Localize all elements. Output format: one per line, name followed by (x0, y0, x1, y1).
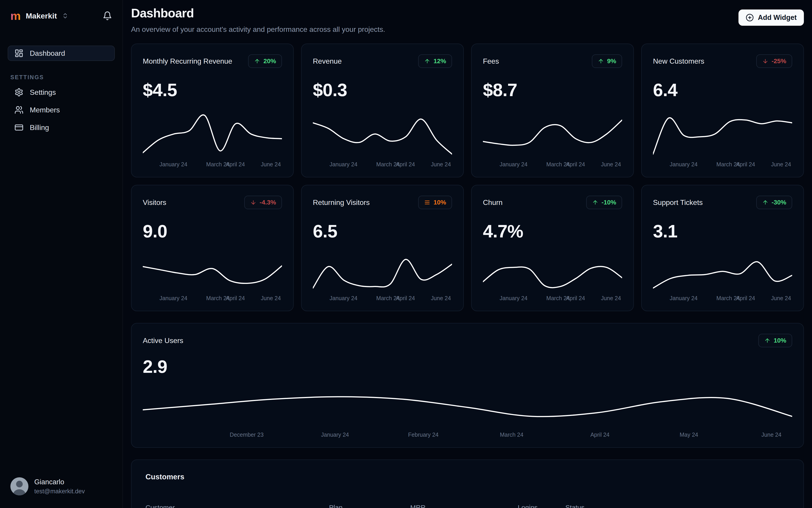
sidebar-top: m Makerkit (8, 7, 115, 24)
arrow-up-icon (592, 199, 598, 206)
sidebar-item-dashboard[interactable]: Dashboard (8, 46, 115, 61)
x-axis-labels: January 24March 24April 24June 24 (313, 161, 452, 171)
x-tick-label: May 24 (680, 431, 698, 438)
sparkline-chart: January 24March 24April 24June 24 (313, 107, 452, 171)
trend-badge: 20% (248, 54, 282, 68)
metric-card: Fees 9% $8.7 January 24March 24April 24J… (471, 44, 634, 177)
metric-title: Visitors (143, 198, 166, 207)
x-tick-label: February 24 (408, 431, 439, 438)
metric-card: Revenue 12% $0.3 January 24March 24April… (301, 44, 464, 177)
column-header-customer: Customer (145, 504, 329, 508)
metric-card: Support Tickets -30% 3.1 January 24March… (641, 185, 804, 311)
arrow-up-icon (762, 199, 768, 206)
x-tick-label: June 24 (761, 431, 781, 438)
trend-value: 10% (434, 199, 446, 206)
trend-badge: -25% (756, 54, 792, 68)
add-widget-button[interactable]: Add Widget (738, 9, 804, 26)
sidebar-item-billing[interactable]: Billing (8, 120, 115, 135)
avatar (10, 477, 29, 495)
sidebar-item-label: Dashboard (30, 49, 65, 57)
sparkline-chart: January 24March 24April 24June 24 (313, 249, 452, 305)
x-tick-label: January 24 (160, 295, 187, 301)
trend-value: -30% (772, 199, 786, 206)
x-axis-labels: December 23January 24February 24March 24… (143, 431, 792, 441)
customers-title: Customers (145, 473, 790, 481)
workspace-selector[interactable]: m Makerkit (10, 10, 69, 22)
metric-title: Support Tickets (653, 198, 703, 207)
x-tick-label: December 23 (230, 431, 264, 438)
metric-value: $8.7 (483, 80, 622, 100)
x-tick-label: April 24 (736, 295, 755, 301)
metric-value: 6.4 (653, 80, 792, 100)
sparkline-chart: January 24March 24April 24June 24 (483, 249, 622, 305)
sparkline-chart: January 24March 24April 24June 24 (143, 249, 282, 305)
trend-value: -10% (601, 199, 616, 206)
metric-value: 6.5 (313, 221, 452, 242)
x-tick-label: April 24 (590, 431, 610, 438)
metric-title: New Customers (653, 57, 705, 66)
x-axis-labels: January 24March 24April 24June 24 (483, 161, 622, 171)
x-tick-label: January 24 (160, 161, 187, 168)
metric-card: Churn -10% 4.7% January 24March 24April … (471, 185, 634, 311)
x-axis-labels: January 24March 24April 24June 24 (483, 295, 622, 305)
sparkline-chart: January 24March 24April 24June 24 (143, 107, 282, 171)
makerkit-logo-icon: m (10, 10, 21, 22)
sidebar-item-settings[interactable]: Settings (8, 85, 115, 100)
trend-badge: 10% (418, 196, 452, 209)
customers-table-header: CustomerPlanMRRLoginsStatus (145, 504, 790, 508)
sidebar-item-members[interactable]: Members (8, 102, 115, 118)
sparkline-chart: January 24March 24April 24June 24 (483, 107, 622, 171)
active-users-panel: Active Users 10% 2.9 December 23January … (131, 323, 804, 448)
x-axis-labels: January 24March 24April 24June 24 (653, 295, 792, 305)
primary-nav: Dashboard (8, 46, 115, 61)
x-tick-label: June 24 (771, 161, 791, 168)
dashboard-icon (14, 49, 24, 58)
trend-badge: 9% (592, 54, 622, 68)
trend-badge: -10% (586, 196, 622, 209)
x-tick-label: June 24 (601, 161, 621, 168)
trend-badge: 10% (758, 334, 792, 347)
x-axis-labels: January 24March 24April 24June 24 (653, 161, 792, 171)
metric-title: Churn (483, 198, 502, 207)
trend-value: -25% (772, 57, 786, 65)
trend-value: 20% (264, 57, 276, 65)
user-menu[interactable]: Giancarlo test@makerkit.dev (8, 477, 115, 495)
x-tick-label: June 24 (431, 161, 451, 168)
metric-value: 3.1 (653, 221, 792, 242)
metric-card: Monthly Recurring Revenue 20% $4.5 Janua… (131, 44, 294, 177)
trend-value: -4.3% (260, 199, 276, 206)
trend-badge: -4.3% (244, 196, 282, 209)
notifications-bell-icon[interactable] (103, 11, 112, 20)
widgets-grid: Monthly Recurring Revenue 20% $4.5 Janua… (131, 44, 804, 311)
metric-value: 4.7% (483, 221, 622, 242)
x-axis-labels: January 24March 24April 24June 24 (143, 161, 282, 171)
arrow-down-icon (250, 199, 257, 206)
x-tick-label: April 24 (226, 295, 245, 301)
metric-title: Monthly Recurring Revenue (143, 57, 232, 66)
page-header: Dashboard An overview of your account's … (131, 6, 804, 34)
sidebar-item-label: Settings (30, 88, 56, 96)
x-tick-label: January 24 (500, 295, 528, 301)
sparkline-chart: December 23January 24February 24March 24… (143, 384, 792, 441)
user-name: Giancarlo (34, 478, 85, 486)
x-tick-label: April 24 (396, 161, 415, 168)
x-tick-label: January 24 (329, 295, 358, 301)
x-tick-label: June 24 (261, 295, 281, 301)
metric-title: Active Users (143, 337, 183, 345)
settings-section-label: SETTINGS (10, 74, 112, 81)
column-header-status: Status (565, 504, 790, 508)
x-tick-label: January 24 (670, 295, 697, 301)
bars-icon (424, 199, 431, 206)
metric-card: New Customers -25% 6.4 January 24March 2… (641, 44, 804, 177)
metric-title: Returning Visitors (313, 198, 370, 207)
main-content: Dashboard An overview of your account's … (123, 0, 812, 508)
metric-title: Revenue (313, 57, 342, 66)
x-tick-label: June 24 (431, 295, 451, 301)
x-tick-label: April 24 (226, 161, 245, 168)
workspace-name: Makerkit (26, 11, 57, 20)
metric-title: Fees (483, 57, 499, 66)
sparkline-chart: January 24March 24April 24June 24 (653, 249, 792, 305)
page-title: Dashboard (131, 6, 385, 20)
column-header-mrr: MRR (410, 504, 517, 508)
arrow-up-icon (254, 58, 260, 64)
